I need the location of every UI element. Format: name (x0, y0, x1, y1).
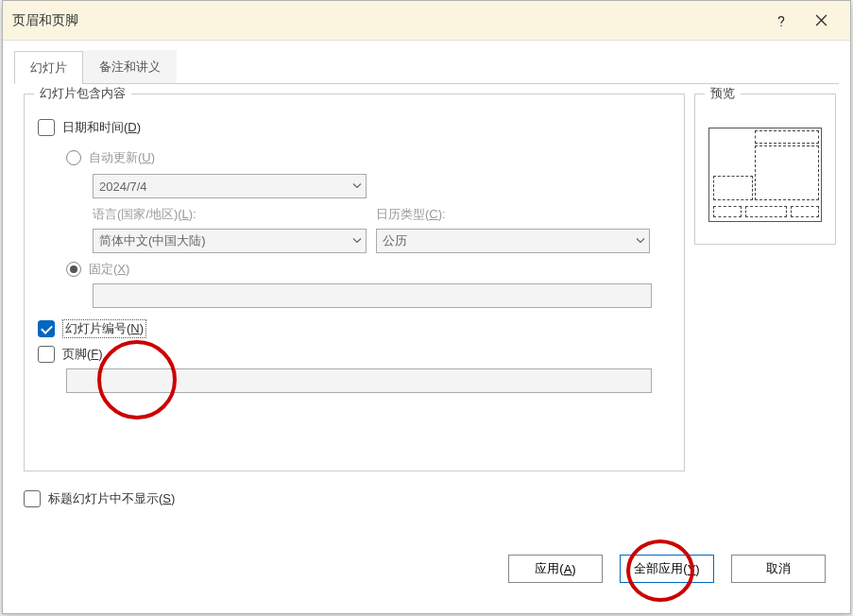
radio-fixed[interactable] (66, 262, 81, 277)
group-preview: 预览 (694, 94, 836, 245)
row-footer-input (38, 368, 671, 393)
tab-content: 幻灯片包含内容 日期和时间(D) 自动更新(U) (14, 84, 839, 594)
label-calendar: 日历类型(C): (376, 207, 446, 221)
label-fixed: 固定(X) (89, 261, 129, 278)
group-preview-legend: 预览 (705, 85, 741, 102)
label-language: 语言(国家/地区)(L): (93, 207, 196, 221)
help-button[interactable] (761, 1, 801, 41)
row-auto-update: 自动更新(U) (38, 149, 671, 166)
apply-all-button[interactable]: 全部应用(Y) (620, 555, 714, 583)
cancel-button[interactable]: 取消 (731, 555, 826, 583)
dialog-title: 页眉和页脚 (12, 12, 761, 29)
tab-bar: 幻灯片 备注和讲义 (14, 50, 839, 84)
combo-language-value: 简体中文(中国大陆) (99, 232, 206, 249)
row-fixed: 固定(X) (38, 261, 671, 278)
row-datetime: 日期和时间(D) (38, 119, 671, 136)
row-fixed-input (38, 283, 671, 308)
combo-date-value: 2024/7/4 (99, 180, 147, 194)
row-lang-cal-labels: 语言(国家/地区)(L): 日历类型(C): (38, 206, 671, 223)
row-hide-title: 标题幻灯片中不显示(S) (24, 490, 175, 507)
row-date-combo: 2024/7/4 (38, 174, 671, 198)
dialog-body: 幻灯片 备注和讲义 幻灯片包含内容 日期和时间(D) 自动更新(U) (3, 41, 850, 604)
label-footer: 页脚(F) (62, 346, 103, 363)
tab-notes[interactable]: 备注和讲义 (83, 50, 177, 83)
combo-calendar-value: 公历 (383, 232, 407, 249)
row-lang-cal-combos: 简体中文(中国大陆) 公历 (38, 229, 671, 253)
combo-date[interactable]: 2024/7/4 (93, 174, 367, 198)
row-footer: 页脚(F) (38, 346, 671, 363)
input-footer[interactable] (66, 368, 652, 393)
label-hide-title: 标题幻灯片中不显示(S) (48, 490, 175, 507)
combo-language[interactable]: 简体中文(中国大陆) (93, 229, 367, 253)
titlebar: 页眉和页脚 (3, 1, 850, 41)
checkbox-slide-number[interactable] (38, 320, 55, 337)
row-slide-number: 幻灯片编号(N) (38, 319, 671, 338)
chevron-down-icon (352, 234, 362, 248)
apply-button[interactable]: 应用(A) (508, 555, 603, 583)
input-fixed-date[interactable] (93, 283, 652, 308)
label-datetime: 日期和时间(D) (62, 119, 141, 136)
tab-slide[interactable]: 幻灯片 (14, 51, 83, 84)
checkbox-footer[interactable] (38, 346, 55, 363)
close-button[interactable] (801, 1, 841, 41)
radio-auto-update[interactable] (66, 150, 81, 165)
header-footer-dialog: 页眉和页脚 幻灯片 备注和讲义 幻灯片包含内容 日期和时间(D) (2, 0, 851, 614)
combo-calendar[interactable]: 公历 (376, 229, 650, 253)
group-slide-contents-legend: 幻灯片包含内容 (34, 85, 131, 102)
preview-thumbnail (708, 128, 822, 222)
checkbox-datetime[interactable] (38, 119, 55, 136)
button-row: 应用(A) 全部应用(Y) 取消 (508, 555, 826, 583)
chevron-down-icon (636, 234, 645, 248)
chevron-down-icon (352, 180, 362, 194)
checkbox-hide-title[interactable] (24, 490, 41, 507)
label-slide-number: 幻灯片编号(N) (62, 319, 146, 338)
label-auto-update: 自动更新(U) (89, 149, 155, 166)
svg-point-0 (780, 25, 782, 26)
group-slide-contents: 幻灯片包含内容 日期和时间(D) 自动更新(U) (24, 94, 685, 471)
